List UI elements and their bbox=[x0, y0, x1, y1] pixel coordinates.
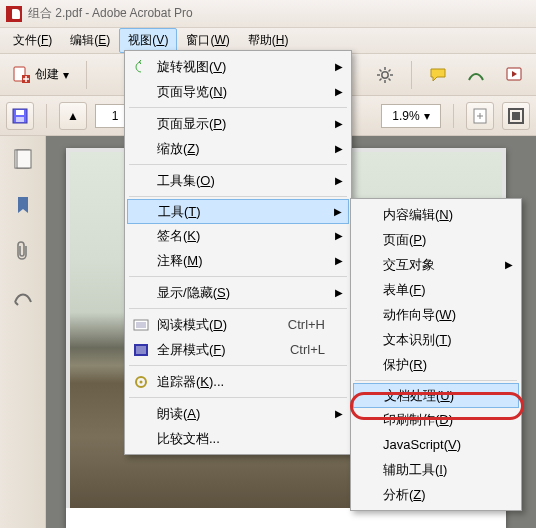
submenu-analyze[interactable]: 分析(Z) bbox=[353, 482, 519, 507]
pencil-sign-icon bbox=[467, 66, 485, 84]
send-icon bbox=[505, 66, 523, 84]
sign-button[interactable] bbox=[460, 59, 492, 91]
menu-edit[interactable]: 编辑(E) bbox=[61, 28, 119, 53]
speech-bubble-icon bbox=[429, 66, 447, 84]
share-button[interactable] bbox=[498, 59, 530, 91]
svg-rect-12 bbox=[17, 150, 31, 168]
adobe-pdf-icon bbox=[6, 6, 22, 22]
create-button[interactable]: 创建 ▾ bbox=[6, 59, 76, 91]
chevron-down-icon: ▾ bbox=[424, 109, 430, 123]
window-title: 组合 2.pdf - Adobe Acrobat Pro bbox=[28, 5, 193, 22]
chevron-up-icon: ▲ bbox=[67, 109, 79, 123]
menu-fullscreen[interactable]: 全屏模式(F) Ctrl+L bbox=[127, 337, 349, 362]
thumbnails-icon[interactable] bbox=[12, 148, 34, 170]
submenu-print-production[interactable]: 印刷制作(D) bbox=[353, 407, 519, 432]
menu-zoom[interactable]: 缩放(Z) ▶ bbox=[127, 136, 349, 161]
menu-sign[interactable]: 签名(K) ▶ bbox=[127, 223, 349, 248]
menu-toolset[interactable]: 工具集(O) ▶ bbox=[127, 168, 349, 193]
signatures-icon[interactable] bbox=[12, 286, 34, 308]
fit-page-button[interactable] bbox=[466, 102, 494, 130]
submenu-arrow-icon: ▶ bbox=[335, 61, 343, 72]
submenu-text-recognition[interactable]: 文本识别(T) bbox=[353, 327, 519, 352]
create-label: 创建 bbox=[35, 66, 59, 83]
svg-rect-5 bbox=[16, 110, 24, 115]
svg-rect-6 bbox=[16, 117, 24, 122]
fullscreen-button[interactable] bbox=[502, 102, 530, 130]
comment-button[interactable] bbox=[422, 59, 454, 91]
svg-point-2 bbox=[382, 71, 388, 77]
menu-read-aloud[interactable]: 朗读(A) ▶ bbox=[127, 401, 349, 426]
submenu-javascript[interactable]: JavaScript(V) bbox=[353, 432, 519, 457]
tools-submenu: 内容编辑(N) 页面(P) 交互对象 ▶ 表单(F) 动作向导(W) 文本识别(… bbox=[350, 198, 522, 511]
floppy-icon bbox=[11, 107, 29, 125]
menu-read-mode[interactable]: 阅读模式(D) Ctrl+H bbox=[127, 312, 349, 337]
gear-icon bbox=[376, 66, 394, 84]
submenu-interactive[interactable]: 交互对象 ▶ bbox=[353, 252, 519, 277]
expand-icon bbox=[507, 107, 525, 125]
submenu-accessibility[interactable]: 辅助工具(I) bbox=[353, 457, 519, 482]
menu-comments[interactable]: 注释(M) ▶ bbox=[127, 248, 349, 273]
svg-rect-16 bbox=[136, 346, 146, 354]
attachment-icon[interactable] bbox=[12, 240, 34, 262]
svg-rect-14 bbox=[136, 322, 146, 328]
menu-showhide[interactable]: 显示/隐藏(S) ▶ bbox=[127, 280, 349, 305]
readmode-icon bbox=[133, 317, 149, 333]
menu-tracker[interactable]: 追踪器(K)... bbox=[127, 369, 349, 394]
bookmark-icon[interactable] bbox=[12, 194, 34, 216]
create-pdf-icon bbox=[13, 66, 31, 84]
svg-point-18 bbox=[140, 380, 143, 383]
menu-compare[interactable]: 比较文档... bbox=[127, 426, 349, 451]
save-button[interactable] bbox=[6, 102, 34, 130]
submenu-document-processing[interactable]: 文档处理(U) bbox=[353, 383, 519, 408]
fit-page-icon bbox=[471, 107, 489, 125]
menu-file[interactable]: 文件(F) bbox=[4, 28, 61, 53]
svg-rect-9 bbox=[512, 112, 520, 120]
title-bar: 组合 2.pdf - Adobe Acrobat Pro bbox=[0, 0, 536, 28]
zoom-value[interactable]: 1.9% ▾ bbox=[381, 104, 441, 128]
rotate-icon bbox=[133, 59, 149, 75]
menu-tools[interactable]: 工具(T) ▶ bbox=[127, 199, 349, 224]
menu-rotate-view[interactable]: 旋转视图(V) ▶ bbox=[127, 54, 349, 79]
fullscreen-icon bbox=[133, 342, 149, 358]
prev-page-button[interactable]: ▲ bbox=[59, 102, 87, 130]
submenu-protect[interactable]: 保护(R) bbox=[353, 352, 519, 377]
submenu-content-edit[interactable]: 内容编辑(N) bbox=[353, 202, 519, 227]
submenu-action-wizard[interactable]: 动作向导(W) bbox=[353, 302, 519, 327]
tracker-icon bbox=[133, 374, 149, 390]
menu-page-display[interactable]: 页面显示(P) ▶ bbox=[127, 111, 349, 136]
submenu-forms[interactable]: 表单(F) bbox=[353, 277, 519, 302]
menu-page-nav[interactable]: 页面导览(N) ▶ bbox=[127, 79, 349, 104]
submenu-pages[interactable]: 页面(P) bbox=[353, 227, 519, 252]
dropdown-arrow-icon: ▾ bbox=[63, 68, 69, 82]
customize-toolbar-button[interactable] bbox=[369, 59, 401, 91]
nav-panel bbox=[0, 136, 46, 528]
view-dropdown: 旋转视图(V) ▶ 页面导览(N) ▶ 页面显示(P) ▶ 缩放(Z) ▶ 工具… bbox=[124, 50, 352, 455]
